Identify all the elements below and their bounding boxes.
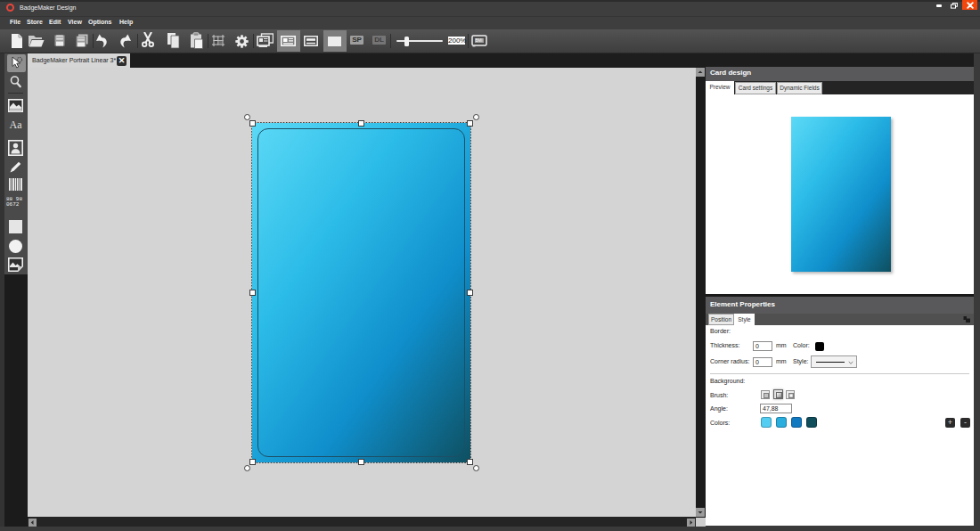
svg-text:BMI: BMI bbox=[476, 38, 483, 43]
